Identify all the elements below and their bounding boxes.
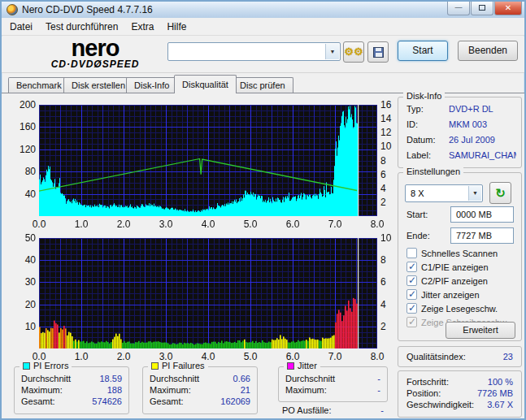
- checkbox-c1-pie[interactable]: C1/PIE anzeigen: [406, 261, 489, 273]
- maximize-icon: [479, 5, 485, 11]
- pi-failures-avg: 0.66: [233, 374, 250, 383]
- tab-disk-erstellen[interactable]: Disk erstellen: [63, 77, 133, 93]
- tab-disc-pruefen[interactable]: Disc prüfen: [232, 77, 293, 93]
- maximize-button[interactable]: [471, 2, 493, 15]
- tab-benchmark[interactable]: Benchmark: [8, 77, 70, 93]
- jitter-avg: -: [377, 374, 380, 383]
- axis-tick-label: 40: [13, 254, 36, 266]
- close-button[interactable]: ✕: [494, 2, 522, 15]
- axis-tick-label: 3.0: [156, 219, 176, 230]
- tab-disk-info[interactable]: Disk-Info: [126, 77, 177, 93]
- axis-tick-label: 1.0: [72, 219, 91, 230]
- po-failures-value: -: [380, 405, 384, 415]
- menu-test-durchfuehren[interactable]: Test durchführen: [39, 19, 124, 35]
- end-input[interactable]: 7727 MB: [450, 227, 514, 244]
- checkbox-icon: [406, 248, 417, 258]
- pi-errors-max: 188: [107, 385, 122, 395]
- nero-logo: nero CD·DVDØSPEED: [26, 37, 164, 70]
- diskqualitaet-page: PI Errors Durchschnitt18.59 Maximum:188 …: [2, 93, 524, 418]
- disk-type-value: DVD+R DL: [449, 104, 493, 114]
- settings-box: Einstellungen 8 X ▼ ↻ Start: 0000 MB End…: [398, 172, 522, 341]
- axis-tick-label: 7.0: [325, 351, 345, 362]
- drive-select[interactable]: [0:2] TSSTcorp CD/DVDW SH-S183A SB03 ▼: [167, 42, 341, 61]
- jitter-legend-icon: [287, 362, 294, 370]
- checkbox-icon: [406, 289, 417, 300]
- progress-box: Fortschritt:100 % Position:7726 MB Gesch…: [398, 370, 522, 418]
- menu-datei[interactable]: Datei: [3, 19, 39, 35]
- checkbox-jitter[interactable]: Jitter anzeigen: [406, 288, 480, 301]
- axis-tick-label: 160: [13, 121, 36, 132]
- axis-tick-label: 6.0: [283, 219, 302, 230]
- pi-errors-box: PI Errors Durchschnitt18.59 Maximum:188 …: [14, 366, 129, 414]
- save-button[interactable]: [367, 41, 389, 63]
- minimize-button[interactable]: —: [447, 2, 470, 15]
- quality-index-box: Qualitätsindex:23: [398, 346, 522, 367]
- pi-errors-legend-icon: [23, 362, 30, 370]
- axis-tick-label: 6: [380, 276, 398, 288]
- axis-tick-label: 10: [380, 141, 398, 152]
- quality-index-value: 23: [503, 352, 513, 362]
- axis-tick-label: 0.0: [29, 351, 49, 362]
- toolbar: nero CD·DVDØSPEED [0:2] TSSTcorp CD/DVDW…: [2, 37, 524, 73]
- menu-bar: Datei Test durchführen Extra Hilfe: [2, 18, 524, 36]
- pie-speed-chart: [39, 105, 377, 216]
- checkbox-lesegeschw[interactable]: Zeige Lesegeschw.: [406, 302, 498, 314]
- position-value: 7726 MB: [477, 388, 513, 398]
- disk-info-box: Disk-Info Typ:DVD+R DL ID:MKM 003 Datum:…: [398, 97, 522, 168]
- axis-tick-label: 4.0: [198, 351, 218, 362]
- disk-info-title: Disk-Info: [406, 91, 441, 101]
- po-failures-row: PO Ausfälle:-: [282, 405, 384, 415]
- end-label: Ende:: [406, 231, 430, 240]
- progress-value: 100 %: [488, 377, 513, 387]
- axis-tick-label: 10: [380, 232, 398, 244]
- axis-tick-label: 2.0: [114, 351, 133, 362]
- pi-errors-avg: 18.59: [99, 374, 122, 383]
- start-button[interactable]: Start: [398, 41, 448, 61]
- pi-failures-max: 21: [241, 385, 250, 395]
- menu-extra[interactable]: Extra: [124, 19, 160, 35]
- axis-tick-label: 4.0: [198, 219, 218, 230]
- pi-failures-box: PI Failures Durchschnitt0.66 Maximum:21 …: [142, 366, 258, 414]
- axis-tick-label: 50: [13, 232, 36, 244]
- start-label: Start:: [406, 210, 428, 219]
- axis-tick-label: 6: [380, 169, 398, 180]
- axis-tick-label: 3.0: [156, 351, 176, 362]
- axis-tick-label: 40: [13, 188, 36, 200]
- axis-tick-label: 8: [380, 155, 398, 167]
- checkbox-icon: [406, 303, 417, 314]
- axis-tick-label: 16: [380, 99, 398, 110]
- axis-tick-label: 12: [380, 127, 398, 138]
- speed-select[interactable]: 8 X ▼: [405, 184, 483, 202]
- axis-tick-label: 2.0: [114, 219, 133, 230]
- options-button[interactable]: ⚙⚙: [343, 41, 364, 63]
- axis-tick-label: 7.0: [325, 219, 345, 230]
- checkbox-icon: [406, 262, 417, 272]
- tab-diskqualitaet[interactable]: Diskqualität: [174, 75, 237, 93]
- speed-value: 3.67 X: [487, 400, 513, 409]
- checkbox-c2-pif[interactable]: C2/PIF anzeigen: [406, 275, 488, 287]
- axis-tick-label: 8.0: [367, 219, 387, 230]
- advanced-button[interactable]: Erweitert: [446, 322, 515, 339]
- axis-tick-label: 10: [13, 321, 36, 332]
- axis-tick-label: 2: [380, 321, 398, 332]
- title-bar: Nero CD-DVD Speed 4.7.7.16 — ✕: [2, 2, 524, 18]
- window-title: Nero CD-DVD Speed 4.7.7.16: [22, 4, 153, 15]
- jitter-max: -: [377, 385, 380, 395]
- axis-tick-label: 14: [380, 113, 398, 124]
- axis-tick-label: 20: [13, 299, 36, 310]
- checkbox-schnelles-scannen[interactable]: Schnelles Scannen: [406, 247, 498, 259]
- disk-id-value: MKM 003: [449, 119, 487, 129]
- menu-hilfe[interactable]: Hilfe: [160, 19, 193, 35]
- quit-button[interactable]: Beenden: [458, 41, 518, 61]
- pi-failures-total: 162069: [220, 396, 250, 406]
- refresh-button[interactable]: ↻: [489, 182, 511, 204]
- start-input[interactable]: 0000 MB: [450, 206, 514, 223]
- gears-icon: ⚙⚙: [344, 45, 363, 58]
- pi-failures-legend-icon: [151, 362, 159, 370]
- app-icon: [7, 4, 18, 15]
- axis-tick-label: 1.0: [72, 351, 91, 362]
- axis-tick-label: 5.0: [241, 351, 260, 362]
- axis-tick-label: 4: [380, 299, 398, 310]
- axis-tick-label: 6.0: [283, 351, 302, 362]
- chevron-down-icon: ▼: [468, 186, 481, 201]
